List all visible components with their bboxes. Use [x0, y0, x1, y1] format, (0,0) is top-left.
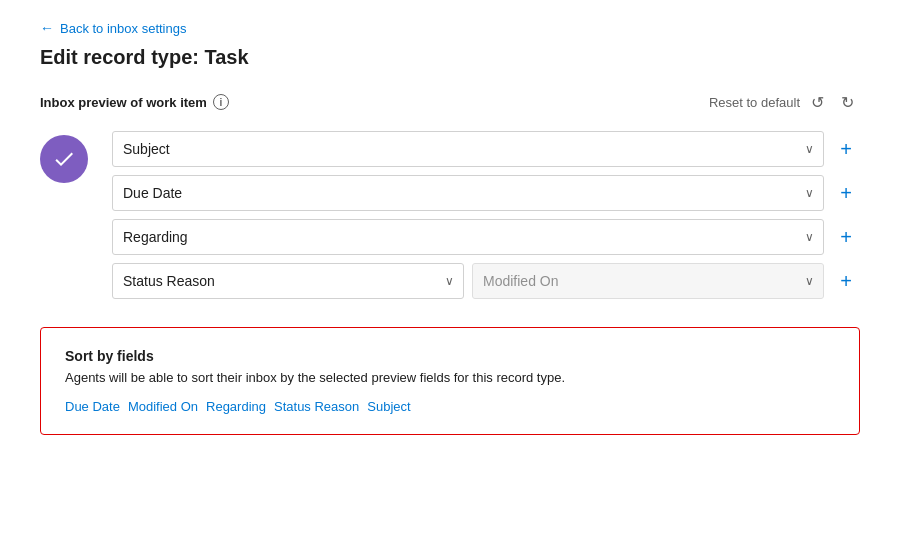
- task-checkmark-icon: [52, 147, 76, 171]
- field-row: SubjectDue DateRegardingStatus ReasonMod…: [112, 175, 860, 211]
- section-label-group: Inbox preview of work item i: [40, 94, 229, 110]
- field-left-select-0[interactable]: SubjectDue DateRegardingStatus ReasonMod…: [112, 131, 824, 167]
- sort-title: Sort by fields: [65, 348, 835, 364]
- sort-tags: Due DateModified OnRegardingStatus Reaso…: [65, 399, 835, 414]
- inbox-preview-label: Inbox preview of work item: [40, 95, 207, 110]
- field-left-select-1[interactable]: SubjectDue DateRegardingStatus ReasonMod…: [112, 175, 824, 211]
- back-link-label: Back to inbox settings: [60, 21, 186, 36]
- field-right-wrapper-3: SubjectDue DateRegardingStatus ReasonMod…: [472, 263, 824, 299]
- sort-tag-subject[interactable]: Subject: [367, 399, 410, 414]
- sort-section: Sort by fields Agents will be able to so…: [40, 327, 860, 435]
- add-field-button-2[interactable]: +: [832, 223, 860, 251]
- field-row: SubjectDue DateRegardingStatus ReasonMod…: [112, 131, 860, 167]
- reset-controls: Reset to default ↺ ↻: [709, 89, 860, 115]
- reset-to-default-label[interactable]: Reset to default: [709, 95, 800, 110]
- undo-button[interactable]: ↺: [804, 89, 830, 115]
- sort-tag-status-reason[interactable]: Status Reason: [274, 399, 359, 414]
- sort-tag-modified-on[interactable]: Modified On: [128, 399, 198, 414]
- field-row: SubjectDue DateRegardingStatus ReasonMod…: [112, 263, 860, 299]
- field-left-wrapper-2: SubjectDue DateRegardingStatus ReasonMod…: [112, 219, 824, 255]
- sort-description: Agents will be able to sort their inbox …: [65, 370, 835, 385]
- main-content: SubjectDue DateRegardingStatus ReasonMod…: [40, 131, 860, 299]
- fields-container: SubjectDue DateRegardingStatus ReasonMod…: [112, 131, 860, 299]
- task-icon: [40, 135, 88, 183]
- redo-button[interactable]: ↻: [834, 89, 860, 115]
- field-row: SubjectDue DateRegardingStatus ReasonMod…: [112, 219, 860, 255]
- field-left-wrapper-3: SubjectDue DateRegardingStatus ReasonMod…: [112, 263, 464, 299]
- field-left-select-3[interactable]: SubjectDue DateRegardingStatus ReasonMod…: [112, 263, 464, 299]
- add-field-button-3[interactable]: +: [832, 267, 860, 295]
- page-title: Edit record type: Task: [40, 46, 860, 69]
- field-right-select-3: SubjectDue DateRegardingStatus ReasonMod…: [472, 263, 824, 299]
- info-icon[interactable]: i: [213, 94, 229, 110]
- sort-tag-due-date[interactable]: Due Date: [65, 399, 120, 414]
- field-left-wrapper-0: SubjectDue DateRegardingStatus ReasonMod…: [112, 131, 824, 167]
- sort-tag-regarding[interactable]: Regarding: [206, 399, 266, 414]
- section-header: Inbox preview of work item i Reset to de…: [40, 89, 860, 115]
- add-field-button-0[interactable]: +: [832, 135, 860, 163]
- back-arrow-icon: ←: [40, 20, 54, 36]
- redo-icon: ↻: [841, 93, 854, 112]
- add-field-button-1[interactable]: +: [832, 179, 860, 207]
- field-left-select-2[interactable]: SubjectDue DateRegardingStatus ReasonMod…: [112, 219, 824, 255]
- field-left-wrapper-1: SubjectDue DateRegardingStatus ReasonMod…: [112, 175, 824, 211]
- undo-icon: ↺: [811, 93, 824, 112]
- back-to-inbox-link[interactable]: ← Back to inbox settings: [40, 20, 860, 36]
